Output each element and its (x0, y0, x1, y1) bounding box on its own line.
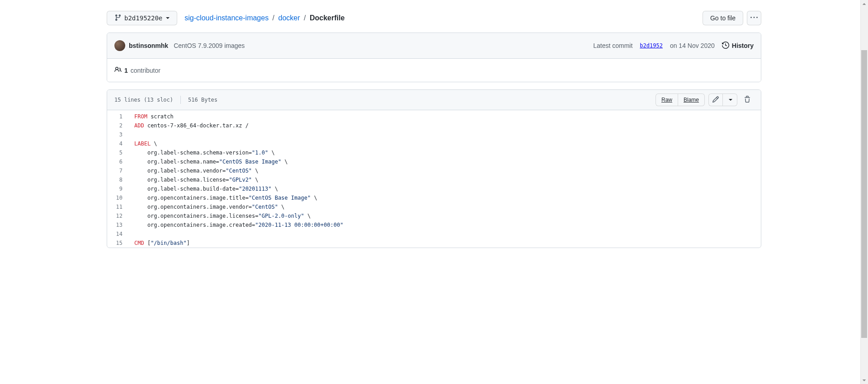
breadcrumb-file: Dockerfile (310, 14, 344, 22)
blame-button[interactable]: Blame (678, 94, 705, 106)
line-number[interactable]: 10 (107, 193, 130, 202)
file-meta: 15 lines (13 sloc) 516 Bytes (114, 96, 217, 104)
code-line: 5 org.label-schema.schema-version="1.0" … (107, 148, 761, 157)
trash-icon (744, 96, 751, 104)
commit-hash-link[interactable]: b2d1952 (640, 42, 663, 49)
commit-message[interactable]: CentOS 7.9.2009 images (174, 42, 245, 49)
delete-button[interactable] (741, 94, 754, 106)
code-line: 11 org.opencontainers.image.vendor="Cent… (107, 202, 761, 211)
code-line: 13 org.opencontainers.image.created="202… (107, 220, 761, 229)
breadcrumb-separator: / (304, 14, 306, 22)
breadcrumb-separator: / (273, 14, 274, 22)
edit-dropdown-button[interactable] (723, 94, 737, 106)
commit-date: on 14 Nov 2020 (670, 42, 715, 49)
line-number[interactable]: 8 (107, 175, 130, 184)
code-body: 1FROM scratch2ADD centos-7-x86_64-docker… (107, 110, 761, 248)
edit-button[interactable] (708, 94, 723, 106)
raw-button[interactable]: Raw (656, 94, 678, 106)
raw-blame-group: Raw Blame (656, 94, 705, 106)
line-content[interactable]: FROM scratch (130, 110, 761, 121)
file-size: 516 Bytes (188, 97, 217, 103)
line-number[interactable]: 3 (107, 130, 130, 139)
branch-select-button[interactable]: b2d195220e (107, 11, 177, 25)
commit-header: bstinsonmhk CentOS 7.9.2009 images Lates… (107, 33, 761, 58)
caret-down-icon (166, 17, 170, 19)
code-line: 3 (107, 130, 761, 139)
line-number[interactable]: 4 (107, 139, 130, 148)
code-line: 2ADD centos-7-x86_64-docker.tar.xz / (107, 121, 761, 130)
git-branch-icon (114, 14, 122, 23)
contributors-label: contributor (131, 67, 160, 74)
history-link[interactable]: History (722, 42, 754, 50)
contributors-count: 1 (124, 67, 128, 74)
breadcrumb-repo-link[interactable]: sig-cloud-instance-images (184, 14, 269, 22)
line-content[interactable]: org.opencontainers.image.vendor="CentOS"… (130, 202, 761, 211)
edit-group (708, 94, 737, 106)
line-content[interactable]: org.label-schema.schema-version="1.0" \ (130, 148, 761, 157)
code-line: 15CMD ["/bin/bash"] (107, 239, 761, 248)
code-line: 4LABEL \ (107, 139, 761, 148)
meta-divider (180, 96, 181, 104)
code-line: 9 org.label-schema.build-date="20201113"… (107, 184, 761, 193)
line-content[interactable]: org.label-schema.license="GPLv2" \ (130, 175, 761, 184)
line-number[interactable]: 2 (107, 121, 130, 130)
file-tools: Raw Blame (656, 94, 754, 106)
code-table: 1FROM scratch2ADD centos-7-x86_64-docker… (107, 110, 761, 248)
code-line: 7 org.label-schema.vendor="CentOS" \ (107, 166, 761, 175)
avatar[interactable] (114, 40, 125, 51)
line-content[interactable]: ADD centos-7-x86_64-docker.tar.xz / (130, 121, 761, 130)
line-number[interactable]: 9 (107, 184, 130, 193)
line-number[interactable]: 11 (107, 202, 130, 211)
line-number[interactable]: 15 (107, 239, 130, 248)
commit-author-area: bstinsonmhk CentOS 7.9.2009 images (114, 40, 245, 51)
pencil-icon (712, 96, 719, 104)
breadcrumb-path-link[interactable]: docker (278, 14, 300, 22)
code-line: 1FROM scratch (107, 110, 761, 121)
scrollbar[interactable]: ⏶ ⏷ (860, 0, 868, 248)
more-options-button[interactable] (747, 11, 761, 25)
line-content[interactable]: org.label-schema.build-date="20201113" \ (130, 184, 761, 193)
right-actions: Go to file (703, 11, 761, 25)
people-icon (114, 66, 122, 75)
history-label: History (732, 42, 754, 49)
branch-name: b2d195220e (124, 14, 162, 22)
line-content[interactable]: CMD ["/bin/bash"] (130, 239, 761, 248)
line-number[interactable]: 13 (107, 220, 130, 229)
file-view-page: b2d195220e sig-cloud-instance-images / d… (99, 0, 769, 248)
left-nav: b2d195220e sig-cloud-instance-images / d… (107, 11, 344, 25)
commit-box: bstinsonmhk CentOS 7.9.2009 images Lates… (107, 33, 761, 82)
line-number[interactable]: 14 (107, 229, 130, 239)
contributors-row[interactable]: 1 contributor (107, 58, 761, 82)
line-content[interactable]: org.opencontainers.image.title="CentOS B… (130, 193, 761, 202)
code-line: 12 org.opencontainers.image.licenses="GP… (107, 211, 761, 220)
scrollbar-up-arrow[interactable]: ⏶ (861, 0, 868, 8)
line-content[interactable] (130, 130, 761, 139)
file-lines: 15 lines (13 sloc) (114, 97, 173, 103)
line-content[interactable] (130, 229, 761, 239)
caret-down-icon (729, 99, 732, 101)
line-number[interactable]: 7 (107, 166, 130, 175)
go-to-file-button[interactable]: Go to file (703, 11, 743, 25)
latest-commit-label: Latest commit (593, 42, 632, 49)
file-box: 15 lines (13 sloc) 516 Bytes Raw Blame (107, 89, 761, 248)
commit-author-link[interactable]: bstinsonmhk (129, 42, 168, 49)
line-number[interactable]: 6 (107, 157, 130, 166)
code-line: 6 org.label-schema.name="CentOS Base Ima… (107, 157, 761, 166)
line-content[interactable]: org.opencontainers.image.licenses="GPL-2… (130, 211, 761, 220)
line-content[interactable]: org.label-schema.name="CentOS Base Image… (130, 157, 761, 166)
code-line: 10 org.opencontainers.image.title="CentO… (107, 193, 761, 202)
file-header: 15 lines (13 sloc) 516 Bytes Raw Blame (107, 90, 761, 110)
code-line: 14 (107, 229, 761, 239)
line-content[interactable]: org.label-schema.vendor="CentOS" \ (130, 166, 761, 175)
line-number[interactable]: 12 (107, 211, 130, 220)
commit-meta: Latest commit b2d1952 on 14 Nov 2020 His… (593, 42, 754, 50)
line-content[interactable]: org.opencontainers.image.created="2020-1… (130, 220, 761, 229)
line-number[interactable]: 1 (107, 110, 130, 121)
line-content[interactable]: LABEL \ (130, 139, 761, 148)
breadcrumb: sig-cloud-instance-images / docker / Doc… (184, 14, 344, 22)
top-row: b2d195220e sig-cloud-instance-images / d… (107, 11, 761, 25)
code-line: 8 org.label-schema.license="GPLv2" \ (107, 175, 761, 184)
kebab-horizontal-icon (750, 14, 758, 23)
line-number[interactable]: 5 (107, 148, 130, 157)
scrollbar-thumb[interactable] (861, 50, 867, 248)
